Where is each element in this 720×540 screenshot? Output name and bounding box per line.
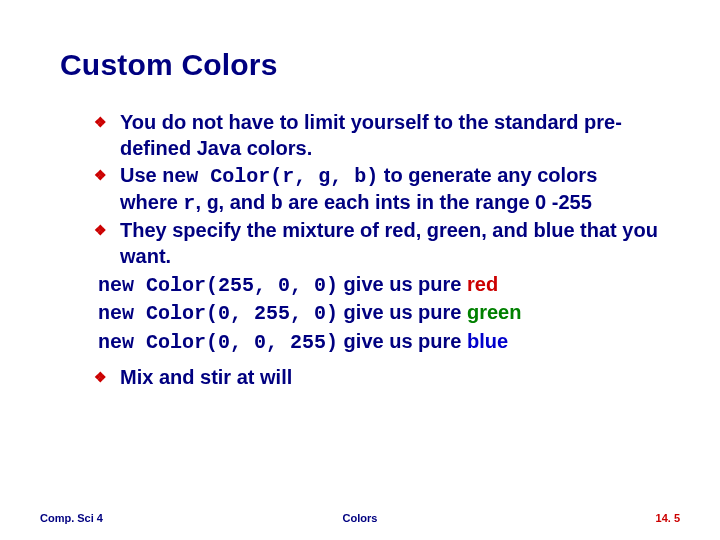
code-fragment: new Color(r, g, b) [162,165,378,188]
code-fragment: new Color(255, 0, 0) [98,274,338,297]
bullet-text: Mix and stir at will [120,365,660,391]
code-fragment: r [183,192,195,215]
code-fragment: b [271,192,283,215]
diamond-bullet-icon: ❖ [94,218,120,242]
footer-center: Colors [40,512,680,524]
example-line: new Color(255, 0, 0) give us pure red [98,272,660,299]
bullet-item: ❖ You do not have to limit yourself to t… [98,110,660,161]
text-fragment: , [195,191,206,213]
text-fragment: , and [219,191,271,213]
bullet-item: ❖ Mix and stir at will [98,365,660,391]
text-fragment: give us pure [338,273,467,295]
slide-body: ❖ You do not have to limit yourself to t… [98,110,660,393]
example-line: new Color(0, 255, 0) give us pure green [98,300,660,327]
diamond-bullet-icon: ❖ [94,365,120,389]
example-line: new Color(0, 0, 255) give us pure blue [98,329,660,356]
diamond-bullet-icon: ❖ [94,163,120,187]
color-word-green: green [467,301,521,323]
text-fragment: give us pure [338,330,467,352]
diamond-bullet-icon: ❖ [94,110,120,134]
bullet-text: Use new Color(r, g, b) to generate any c… [120,163,660,216]
code-fragment: new Color(0, 0, 255) [98,331,338,354]
color-word-red: red [467,273,498,295]
text-fragment: are each ints in the range 0 -255 [283,191,592,213]
color-word-blue: blue [467,330,508,352]
slide-title: Custom Colors [60,48,278,82]
footer-right: 14. 5 [656,512,680,524]
bullet-item: ❖ Use new Color(r, g, b) to generate any… [98,163,660,216]
slide: Custom Colors ❖ You do not have to limit… [0,0,720,540]
text-fragment: Use [120,164,162,186]
bullet-text: You do not have to limit yourself to the… [120,110,660,161]
bullet-item: ❖ They specify the mixture of red, green… [98,218,660,269]
text-fragment: give us pure [338,301,467,323]
bullet-text: They specify the mixture of red, green, … [120,218,660,269]
code-fragment: new Color(0, 255, 0) [98,302,338,325]
code-fragment: g [207,192,219,215]
